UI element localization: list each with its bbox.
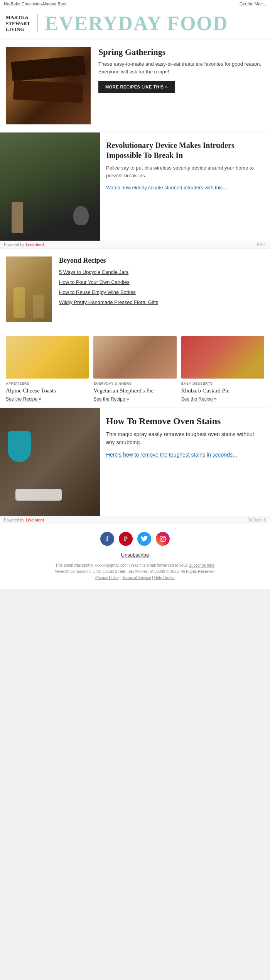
oven-image [0, 408, 100, 516]
list-item: 5 Ways to Upcycle Candle Jars [59, 268, 264, 275]
beyond-link-4[interactable]: Wildly Pretty Handmade Pressed Floral Gi… [59, 299, 158, 305]
footer: f P Unsubscribe This email was sent to x… [0, 524, 270, 589]
beyond-link-2[interactable]: How to Pour Your Own Candles [59, 279, 130, 285]
privacy-policy-link[interactable]: Privacy Policy [95, 576, 119, 580]
oven-inner: How To Remove Oven Stains This magic spr… [0, 408, 270, 516]
footer-links: Privacy Policy | Terms of Service | Help… [6, 575, 264, 581]
list-item: How to Pour Your Own Candles [59, 279, 264, 285]
header: MARTHA STEWART LIVING EVERYDAY FOOD [0, 8, 270, 39]
security-body: Police say to put this wireless security… [106, 164, 264, 179]
recipe-card-1-link[interactable]: See the Recipe » [6, 396, 89, 402]
security-report[interactable]: HIDE [257, 243, 266, 247]
beyond-content: Beyond Recipes 5 Ways to Upcycle Candle … [52, 256, 264, 309]
more-recipes-button[interactable]: MORE RECIPES LIKE THIS » [98, 81, 175, 93]
help-center-link[interactable]: Help Center [154, 576, 175, 580]
watch-link[interactable]: Watch how elderly couple stunned intrude… [106, 185, 228, 190]
social-icons: f P [6, 532, 264, 546]
brand-name: MARTHA STEWART LIVING [6, 14, 38, 32]
svg-point-2 [164, 537, 165, 537]
livintent-logo: LiveIntent [26, 243, 44, 247]
beyond-links-list: 5 Ways to Upcycle Candle Jars How to Pou… [59, 268, 264, 306]
top-bar: No-Bake Chocolate-Almond Bars Get the Ma… [0, 0, 270, 8]
security-section: Revolutionary Device Makes Intruders Imp… [0, 132, 270, 249]
terms-of-service-link[interactable]: Terms of Service [122, 576, 151, 580]
recipe-card-1-image [6, 336, 89, 379]
spring-content: Spring Gatherings These easy-to-make and… [91, 47, 264, 93]
oven-link[interactable]: Here's how to remove the toughest stains… [106, 451, 264, 459]
recipe-card-2-image [93, 336, 176, 379]
recipe-card-3-link[interactable]: See the Recipe » [181, 396, 264, 402]
recipe-card-3: EASY DESSERTS Rhubarb Custard Pie See th… [181, 336, 264, 402]
oven-body: This magic spray easily removes toughest… [106, 430, 264, 447]
recipe-card-3-image [181, 336, 264, 379]
top-bar-left: No-Bake Chocolate-Almond Bars [4, 2, 66, 6]
beyond-link-3[interactable]: How to Reuse Empty Wine Bottles [59, 289, 136, 295]
subscribe-here-link[interactable]: Subscribe here [189, 563, 214, 567]
facebook-icon[interactable]: f [100, 532, 114, 546]
footer-fine-print: This email was sent to xxxxxx@gmail.com … [6, 562, 264, 581]
spring-section: Spring Gatherings These easy-to-make and… [0, 39, 270, 132]
recipe-card-2: EVERYDAY DINNERS Vegetarian Shepherd's P… [93, 336, 176, 402]
unsubscribe-label: Unsubscribe [6, 552, 264, 558]
security-inner: Revolutionary Device Makes Intruders Imp… [0, 132, 270, 241]
oven-powered-bar: Powered by LiveIntent DrClean & [0, 516, 270, 524]
footer-email-line: This email was sent to xxxxxx@gmail.com … [6, 562, 264, 569]
recipe-cards-section: APPETIZERS Alpine Cheese Toasts See the … [0, 330, 270, 408]
list-item: How to Reuse Empty Wine Bottles [59, 289, 264, 296]
recipe-card-2-title: Vegetarian Shepherd's Pie [93, 387, 176, 395]
beyond-section: Beyond Recipes 5 Ways to Upcycle Candle … [0, 249, 270, 330]
oven-section: How To Remove Oven Stains This magic spr… [0, 408, 270, 524]
oven-heading: How To Remove Oven Stains [106, 416, 264, 427]
spring-heading: Spring Gatherings [98, 47, 264, 57]
oven-livintent-logo: LiveIntent [26, 518, 44, 522]
instagram-icon[interactable] [156, 532, 170, 546]
recipe-card-1-category: APPETIZERS [6, 382, 89, 386]
list-item: Wildly Pretty Handmade Pressed Floral Gi… [59, 299, 264, 306]
security-content: Revolutionary Device Makes Intruders Imp… [100, 132, 270, 199]
twitter-icon[interactable] [137, 532, 151, 546]
beyond-link-1[interactable]: 5 Ways to Upcycle Candle Jars [59, 269, 128, 275]
recipe-card-1-title: Alpine Cheese Toasts [6, 387, 89, 395]
footer-company-line: Meredith Corporation, 1716 Locust Street… [6, 569, 264, 575]
oven-report[interactable]: DrClean & [248, 518, 266, 522]
recipe-card-3-title: Rhubarb Custard Pie [181, 387, 264, 395]
spring-food-image [6, 47, 91, 124]
beyond-image [6, 256, 52, 322]
recipe-card-3-category: EASY DESSERTS [181, 382, 264, 386]
security-image [0, 132, 100, 241]
security-heading: Revolutionary Device Makes Intruders Imp… [106, 140, 264, 160]
header-title: EVERYDAY FOOD [45, 12, 228, 35]
security-powered-bar: Powered by LiveIntent HIDE [0, 241, 270, 248]
recipe-card-2-category: EVERYDAY DINNERS [93, 382, 176, 386]
recipe-card-1: APPETIZERS Alpine Cheese Toasts See the … [6, 336, 89, 402]
pinterest-icon[interactable]: P [119, 532, 133, 546]
oven-content: How To Remove Oven Stains This magic spr… [100, 408, 270, 467]
svg-point-1 [162, 537, 164, 540]
top-bar-right: Get the Mac... [240, 2, 266, 6]
beyond-heading: Beyond Recipes [59, 256, 264, 265]
unsubscribe-link[interactable]: Unsubscribe [121, 552, 149, 558]
recipe-card-2-link[interactable]: See the Recipe » [93, 396, 176, 402]
spring-body: These easy-to-make and easy-to-eat treat… [98, 60, 264, 75]
